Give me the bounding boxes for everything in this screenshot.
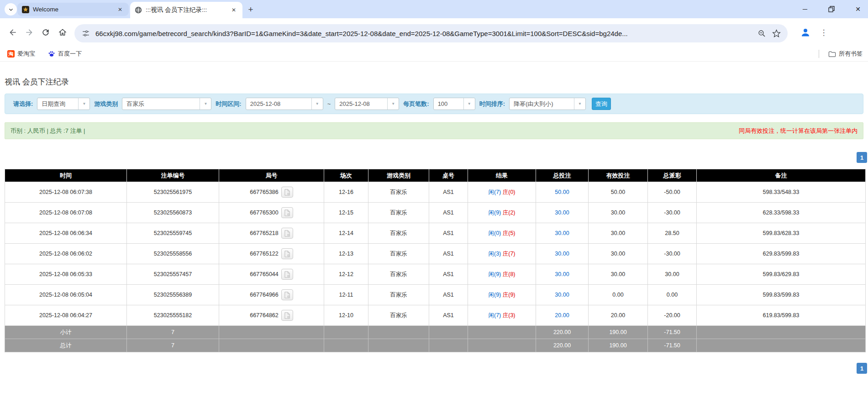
all-bookmarks-button[interactable]: 所有书签 <box>825 48 866 60</box>
tab-welcome-title: Welcome <box>33 6 112 13</box>
close-window-button[interactable]: ✕ <box>852 3 864 16</box>
cell-session: 12-13 <box>324 244 368 264</box>
total-bet-link[interactable]: 20.00 <box>555 312 569 319</box>
game-category-select[interactable]: 百家乐 ▼ <box>122 98 211 110</box>
cell-time: 2025-12-08 06:04:27 <box>5 305 127 326</box>
cell-table-number: AS1 <box>429 305 468 326</box>
round-number-text: 667765122 <box>250 251 279 257</box>
table-row: 2025-12-08 06:06:02523025558556667765122… <box>5 244 866 264</box>
select-type-label: 请选择: <box>13 100 33 108</box>
baidu-paw-icon <box>48 50 55 58</box>
round-video-record-icon[interactable] <box>281 289 293 300</box>
cell-time: 2025-12-08 06:06:02 <box>5 244 127 264</box>
total-row-cell <box>324 339 368 352</box>
subtotal-row-cell: 7 <box>127 326 219 339</box>
subtotal-row: 小计7220.00190.00-71.50 <box>5 326 866 339</box>
bookmarks-bar: 淘 爱淘宝 百度一下 所有书签 <box>0 46 868 62</box>
subtotal-row-cell: 190.00 <box>589 326 648 339</box>
bookmark-star-icon[interactable] <box>771 28 781 38</box>
result-player: 闲(7) <box>488 189 501 195</box>
cell-table-number: AS1 <box>429 223 468 244</box>
minimize-button[interactable]: ─ <box>799 3 811 16</box>
round-video-record-icon[interactable] <box>281 228 293 239</box>
folder-icon <box>828 51 836 58</box>
close-icon[interactable]: ✕ <box>116 5 124 14</box>
cell-table-number: AS1 <box>429 264 468 285</box>
table-row: 2025-12-08 06:07:08523025560873667765300… <box>5 203 866 223</box>
zoom-out-icon[interactable] <box>757 28 767 38</box>
divider <box>819 50 819 58</box>
cell-payout: -30.00 <box>648 244 697 264</box>
subtotal-row-cell: 小计 <box>5 326 127 339</box>
profile-avatar-icon[interactable] <box>799 26 812 39</box>
result-player: 闲(7) <box>488 312 501 319</box>
result-player: 闲(9) <box>488 292 501 298</box>
pagination-page-1-bottom[interactable]: 1 <box>857 363 867 374</box>
query-type-select[interactable]: 日期查询 ▼ <box>37 98 90 110</box>
result-player: 闲(9) <box>488 209 501 216</box>
cell-time: 2025-12-08 06:07:08 <box>5 203 127 223</box>
tilde-separator: ~ <box>327 100 331 107</box>
cell-round-number: 667765218 <box>219 223 324 244</box>
round-video-record-icon[interactable] <box>281 207 293 218</box>
cell-payout: -20.00 <box>648 305 697 326</box>
new-tab-button[interactable]: + <box>246 5 256 15</box>
bet-table-body: 2025-12-08 06:07:38523025561975667765386… <box>5 182 866 326</box>
back-icon[interactable] <box>7 27 18 38</box>
cell-time: 2025-12-08 06:05:04 <box>5 285 127 305</box>
cell-bet-number: 523025556389 <box>127 285 219 305</box>
url-bar[interactable]: 66cxkj98.com/game/betrecord_search/kind3… <box>74 24 788 42</box>
cell-table-number: AS1 <box>429 244 468 264</box>
total-row-cell <box>697 339 866 352</box>
round-number-text: 667765044 <box>250 271 279 277</box>
sort-select[interactable]: 降幂(由大到小) ▼ <box>509 98 586 110</box>
round-video-record-icon[interactable] <box>281 187 293 198</box>
total-bet-link[interactable]: 30.00 <box>555 271 569 277</box>
cell-remark: 628.33/598.33 <box>697 203 866 223</box>
cell-valid-bet: 30.00 <box>589 223 648 244</box>
cell-session: 12-15 <box>324 203 368 223</box>
chevron-down-icon <box>8 7 14 12</box>
subtotal-row-cell: 220.00 <box>536 326 589 339</box>
home-icon[interactable] <box>57 27 68 38</box>
cell-game-category: 百家乐 <box>368 182 429 203</box>
total-bet-link[interactable]: 30.00 <box>555 209 569 216</box>
date-end-select[interactable]: 2025-12-08 ▼ <box>335 98 399 110</box>
restore-window-button[interactable] <box>825 3 838 16</box>
column-header: 总派彩 <box>648 169 697 182</box>
round-video-record-icon[interactable] <box>281 269 293 280</box>
bookmark-baidu[interactable]: 百度一下 <box>44 48 85 60</box>
pagination-page-1-top[interactable]: 1 <box>857 152 867 163</box>
url-text[interactable]: 66cxkj98.com/game/betrecord_search/kind3… <box>95 30 752 37</box>
date-start-select[interactable]: 2025-12-08 ▼ <box>246 98 323 110</box>
tab-search-button[interactable] <box>5 3 17 16</box>
forward-icon[interactable] <box>24 27 35 38</box>
cell-payout: 30.00 <box>648 264 697 285</box>
total-row-cell: 总计 <box>5 339 127 352</box>
reload-icon[interactable] <box>40 27 51 38</box>
close-icon[interactable]: ✕ <box>230 6 238 14</box>
column-header: 局号 <box>219 169 324 182</box>
total-bet-link[interactable]: 30.00 <box>555 251 569 257</box>
cell-bet-number: 523025561975 <box>127 182 219 203</box>
round-video-record-icon[interactable] <box>281 310 293 321</box>
bookmark-taobao[interactable]: 淘 爱淘宝 <box>4 48 39 60</box>
column-header: 桌号 <box>429 169 468 182</box>
site-settings-tune-icon[interactable] <box>81 28 91 38</box>
total-bet-link[interactable]: 30.00 <box>555 230 569 236</box>
search-button[interactable]: 查询 <box>592 98 611 110</box>
total-bet-link[interactable]: 50.00 <box>555 189 569 195</box>
browser-menu-icon[interactable]: ⋮ <box>818 26 829 39</box>
total-bet-link[interactable]: 30.00 <box>555 292 569 298</box>
tab-betrecord-title: :::视讯 会员下注纪录::: <box>146 6 226 14</box>
cell-payout: -30.00 <box>648 203 697 223</box>
cell-round-number: 667764862 <box>219 305 324 326</box>
cell-game-category: 百家乐 <box>368 305 429 326</box>
round-video-record-icon[interactable] <box>281 248 293 259</box>
per-page-select[interactable]: 100 ▼ <box>433 98 475 110</box>
tab-betrecord[interactable]: :::视讯 会员下注纪录::: ✕ <box>130 2 242 18</box>
column-header: 有效投注 <box>589 169 648 182</box>
tab-welcome[interactable]: Welcome ✕ <box>17 3 129 16</box>
column-header: 备注 <box>697 169 866 182</box>
cell-round-number: 667765044 <box>219 264 324 285</box>
